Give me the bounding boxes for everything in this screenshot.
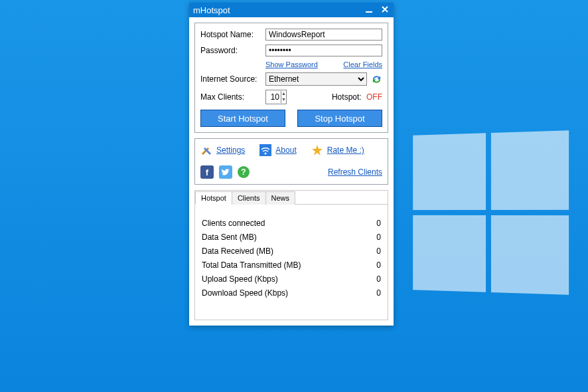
stat-label: Data Sent (MB) — [202, 233, 257, 242]
stat-value: 0 — [376, 246, 381, 256]
facebook-icon[interactable]: f — [200, 165, 214, 179]
max-clients-label: Max Clients: — [200, 92, 261, 102]
stat-value: 0 — [376, 260, 381, 270]
hotspot-name-input[interactable] — [265, 29, 382, 41]
refresh-sources-icon[interactable] — [371, 74, 382, 85]
password-label: Password: — [200, 46, 261, 55]
stop-hotspot-button[interactable]: Stop Hotspot — [297, 110, 382, 127]
show-password-link[interactable]: Show Password — [265, 60, 318, 68]
windows-logo — [413, 130, 569, 295]
stepper-up-icon[interactable]: ▲ — [281, 91, 286, 97]
minimize-icon[interactable] — [364, 5, 374, 16]
stat-value: 0 — [376, 288, 381, 298]
window-title: mHotspot — [193, 5, 230, 15]
internet-source-label: Internet Source: — [200, 74, 261, 84]
stat-row: Total Data Transmitted (MB) 0 — [202, 260, 381, 270]
hotspot-status-label: Hotspot: — [332, 92, 362, 102]
title-bar[interactable]: mHotspot — [189, 3, 394, 17]
stat-row: Download Speed (Kbps) 0 — [202, 288, 381, 298]
tab-hotspot[interactable]: Hotspot — [195, 191, 232, 205]
stat-value: 0 — [376, 233, 381, 242]
svg-point-6 — [265, 153, 267, 155]
settings-link[interactable]: Settings — [216, 146, 245, 155]
max-clients-stepper[interactable]: ▲▼ — [265, 90, 287, 104]
stat-row: Clients connected 0 — [202, 219, 381, 228]
internet-source-select[interactable]: Ethernet — [265, 72, 367, 86]
svg-marker-7 — [312, 145, 323, 155]
app-window: mHotspot Hotspot Name: Password: Show Pa… — [189, 3, 394, 326]
settings-icon — [200, 144, 212, 156]
tab-clients[interactable]: Clients — [232, 191, 266, 205]
twitter-icon[interactable] — [219, 165, 232, 179]
stat-label: Clients connected — [202, 219, 265, 228]
help-icon[interactable]: ? — [238, 166, 250, 178]
stat-row: Upload Speed (Kbps) 0 — [202, 274, 381, 284]
clear-fields-link[interactable]: Clear Fields — [343, 60, 382, 68]
stepper-down-icon[interactable]: ▼ — [281, 97, 286, 103]
rate-link[interactable]: Rate Me :) — [327, 146, 364, 155]
wifi-icon — [259, 144, 271, 156]
stat-label: Upload Speed (Kbps) — [202, 274, 278, 284]
refresh-clients-link[interactable]: Refresh Clients — [328, 167, 382, 177]
stat-label: Data Received (MB) — [202, 246, 273, 256]
password-input[interactable] — [265, 45, 382, 56]
stat-value: 0 — [376, 274, 381, 284]
close-icon[interactable] — [380, 5, 390, 16]
tabs-panel: Hotspot Clients News Clients connected 0… — [194, 190, 388, 320]
links-panel: Settings About Rate Me :) f ? Re — [194, 138, 388, 185]
hotspot-name-label: Hotspot Name: — [200, 30, 261, 39]
stat-label: Download Speed (Kbps) — [202, 288, 288, 298]
stat-label: Total Data Transmitted (MB) — [202, 260, 301, 270]
max-clients-input[interactable] — [266, 92, 281, 102]
tab-header: Hotspot Clients News — [195, 191, 388, 205]
star-icon — [311, 144, 323, 156]
hotspot-status-value: OFF — [366, 92, 382, 102]
start-hotspot-button[interactable]: Start Hotspot — [200, 110, 285, 127]
stat-row: Data Received (MB) 0 — [202, 246, 381, 256]
stat-row: Data Sent (MB) 0 — [202, 233, 381, 242]
stat-value: 0 — [376, 219, 381, 228]
tab-news[interactable]: News — [265, 191, 296, 205]
tab-body: Clients connected 0 Data Sent (MB) 0 Dat… — [195, 205, 388, 320]
config-panel: Hotspot Name: Password: Show Password Cl… — [194, 23, 388, 133]
about-link[interactable]: About — [275, 146, 296, 155]
